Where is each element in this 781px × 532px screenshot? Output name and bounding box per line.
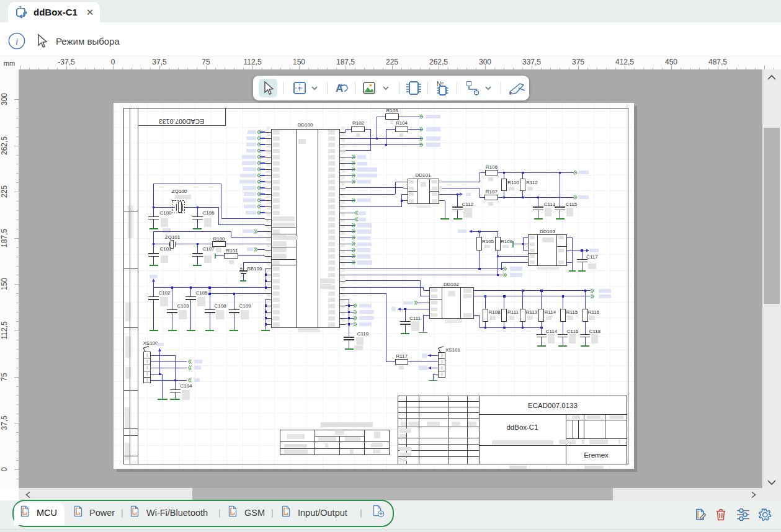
svg-text:ddBox-C1: ddBox-C1: [506, 423, 538, 431]
svg-text:C111: C111: [409, 316, 421, 321]
svg-text:R102: R102: [352, 120, 365, 126]
svg-text:Eremex: Eremex: [584, 451, 609, 459]
svg-text:C114: C114: [546, 329, 558, 334]
svg-text:ZQ101: ZQ101: [165, 234, 181, 240]
svg-text:R113: R113: [526, 309, 538, 315]
svg-text:C101: C101: [159, 246, 172, 252]
svg-text:DD103: DD103: [540, 229, 555, 234]
svg-text:R100: R100: [213, 236, 225, 242]
svg-text:C102: C102: [158, 290, 171, 296]
svg-text:C115: C115: [566, 202, 578, 207]
svg-text:R116: R116: [588, 309, 600, 315]
svg-text:R115: R115: [566, 309, 578, 315]
svg-text:GB100: GB100: [247, 266, 262, 272]
svg-text:C116: C116: [567, 329, 579, 334]
svg-text:R111: R111: [507, 309, 519, 315]
svg-text:C110: C110: [357, 331, 369, 337]
svg-text:R110: R110: [507, 180, 519, 185]
svg-text:C103: C103: [177, 303, 189, 309]
svg-text:ZQ100: ZQ100: [172, 188, 187, 194]
svg-text:i: i: [16, 37, 18, 47]
svg-text:R114: R114: [545, 309, 556, 315]
svg-text:R108: R108: [488, 309, 501, 315]
svg-text:ECAD007.0133: ECAD007.0133: [528, 402, 578, 409]
svg-text:C104: C104: [180, 383, 192, 389]
svg-text:C117: C117: [586, 254, 598, 260]
svg-text:R117: R117: [396, 353, 408, 359]
svg-text:A: A: [336, 82, 343, 94]
svg-text:R107: R107: [486, 189, 498, 195]
svg-text:C106: C106: [202, 210, 215, 216]
svg-text:XS100: XS100: [143, 340, 158, 346]
svg-text:C109: C109: [239, 303, 251, 309]
svg-text:C107: C107: [202, 246, 215, 252]
svg-text:C113: C113: [544, 202, 556, 207]
svg-text:DD100: DD100: [298, 122, 313, 128]
svg-text:R105: R105: [482, 239, 494, 244]
svg-text:C108: C108: [214, 303, 226, 309]
svg-text:R109: R109: [501, 239, 513, 244]
svg-text:C112: C112: [462, 202, 474, 207]
svg-text:C105: C105: [195, 290, 208, 296]
svg-text:DD101: DD101: [416, 172, 431, 178]
svg-text:R104: R104: [396, 120, 408, 126]
svg-text:R112: R112: [526, 180, 538, 185]
svg-text:R101: R101: [226, 248, 238, 254]
svg-text:DD102: DD102: [444, 282, 459, 287]
svg-text:ECAD007.0133: ECAD007.0133: [159, 118, 204, 125]
svg-text:XS101: XS101: [445, 347, 461, 353]
svg-text:R103: R103: [386, 108, 398, 113]
svg-text:R106: R106: [486, 164, 498, 170]
svg-text:C118: C118: [589, 329, 601, 334]
svg-text:C100: C100: [159, 210, 172, 216]
